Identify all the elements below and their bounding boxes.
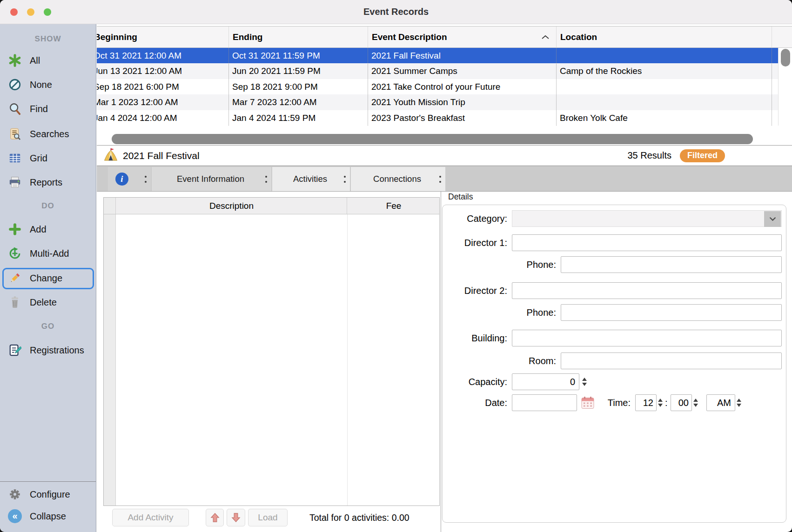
column-separator <box>228 48 229 126</box>
cell-location: Broken Yolk Cafe <box>556 110 772 126</box>
drag-handle-icon <box>344 176 346 183</box>
info-panel-button[interactable]: i <box>108 167 151 191</box>
zoom-button[interactable] <box>44 8 51 16</box>
filtered-badge[interactable]: Filtered <box>680 149 725 162</box>
activities-total: Total for 0 activities: 0.00 <box>309 508 409 527</box>
phone1-label: Phone: <box>416 256 556 273</box>
stepper-down-icon <box>658 404 663 407</box>
table-row[interactable]: Oct 31 2021 12:00 AM Oct 31 2021 11:59 P… <box>97 48 778 63</box>
cell-ending: Jan 4 2024 11:59 PM <box>228 110 368 126</box>
sort-asc-icon <box>541 33 550 41</box>
cell-beginning: Mar 1 2023 12:00 AM <box>97 94 228 110</box>
sidebar-item-label: Multi-Add <box>30 248 69 259</box>
table-row[interactable]: Mar 1 2023 12:00 AM Mar 7 2023 12:00 AM … <box>97 94 778 110</box>
drag-handle-icon <box>439 176 441 183</box>
table-row[interactable]: Jun 13 2021 12:00 AM Jun 20 2021 11:59 P… <box>97 63 778 79</box>
ampm-field[interactable] <box>706 394 735 411</box>
director2-field[interactable] <box>512 282 782 299</box>
column-separator <box>772 48 772 126</box>
hour-stepper[interactable] <box>657 394 664 411</box>
room-label: Room: <box>416 352 556 369</box>
move-up-button[interactable] <box>206 509 224 526</box>
tab-connections[interactable]: Connections <box>351 167 445 191</box>
sidebar-item-label: Collapse <box>30 511 66 522</box>
minute-stepper[interactable] <box>692 394 699 411</box>
sidebar-item-grid[interactable]: Grid <box>0 149 96 167</box>
trash-icon <box>8 295 22 309</box>
tab-activities[interactable]: Activities <box>272 167 350 191</box>
capacity-label: Capacity: <box>368 373 507 390</box>
move-down-button[interactable] <box>227 509 245 526</box>
time-colon: : <box>665 394 668 411</box>
sidebar-item-label: Searches <box>30 129 69 140</box>
vertical-scrollbar-thumb[interactable] <box>781 49 790 66</box>
column-header-description[interactable]: Event Description <box>368 27 540 47</box>
chevron-down-icon <box>769 217 776 221</box>
building-label: Building: <box>368 330 507 346</box>
drag-handle-icon <box>265 176 267 183</box>
phone2-label: Phone: <box>416 304 556 321</box>
category-dropdown[interactable] <box>512 210 782 227</box>
cell-location: Camp of the Rockies <box>556 63 772 79</box>
cell-beginning: Jun 13 2021 12:00 AM <box>97 63 228 79</box>
window-controls <box>10 8 51 16</box>
sidebar-item-configure[interactable]: Configure <box>0 485 96 504</box>
sidebar-item-label: Add <box>30 224 47 235</box>
registration-form-icon <box>8 343 22 357</box>
time-hour-field[interactable] <box>635 394 657 411</box>
titlebar: Event Records <box>0 0 792 24</box>
dropdown-button[interactable] <box>764 211 781 227</box>
sidebar-item-reports[interactable]: Reports <box>0 173 96 192</box>
sidebar-item-searches[interactable]: Searches <box>0 125 96 143</box>
column-header-ending[interactable]: Ending <box>228 27 368 47</box>
sidebar-item-change[interactable]: Change <box>0 269 96 287</box>
tab-event-information[interactable]: Event Information <box>152 167 271 191</box>
sidebar-section-go: GO <box>0 320 96 333</box>
time-minute-field[interactable] <box>671 394 692 411</box>
load-button[interactable]: Load <box>248 509 288 526</box>
sidebar-item-all[interactable]: All <box>0 51 96 70</box>
cell-beginning: Jan 4 2024 12:00 AM <box>97 110 228 126</box>
search-icon <box>8 102 22 116</box>
minimize-button[interactable] <box>27 8 34 16</box>
cell-ending: Sep 18 2021 9:00 PM <box>228 79 368 94</box>
stepper-up-icon <box>658 399 663 402</box>
sidebar-item-delete[interactable]: Delete <box>0 293 96 312</box>
cell-location <box>556 79 772 94</box>
sidebar-item-multi-add[interactable]: Multi-Add <box>0 244 96 263</box>
sidebar-item-label: All <box>30 55 40 66</box>
sidebar-item-find[interactable]: Find <box>0 100 96 118</box>
cell-description: 2021 Summer Camps <box>368 63 556 79</box>
phone2-field[interactable] <box>561 304 782 321</box>
horizontal-scrollbar-thumb[interactable] <box>112 134 753 144</box>
records-table-header: Beginning Ending Event Description Locat… <box>97 26 792 48</box>
director2-label: Director 2: <box>368 282 507 299</box>
sidebar-item-add[interactable]: Add <box>0 220 96 239</box>
tab-label: Activities <box>276 174 344 184</box>
building-field[interactable] <box>512 330 782 346</box>
ampm-stepper[interactable] <box>736 394 742 411</box>
column-header-location[interactable]: Location <box>556 27 772 47</box>
column-header-activity-description[interactable]: Description <box>116 198 347 214</box>
column-header-beginning[interactable]: Beginning <box>97 27 228 47</box>
add-activity-button[interactable]: Add Activity <box>112 509 189 526</box>
sidebar-item-label: Reports <box>30 177 62 188</box>
row-gutter-column <box>104 214 116 505</box>
sidebar-item-none[interactable]: None <box>0 75 96 94</box>
close-button[interactable] <box>10 8 18 16</box>
phone1-field[interactable] <box>561 256 782 273</box>
capacity-stepper[interactable] <box>581 373 588 390</box>
sidebar-item-label: Find <box>30 104 48 114</box>
sidebar-item-registrations[interactable]: Registrations <box>0 341 96 359</box>
selected-event-title: 2021 Fall Festival <box>123 150 200 161</box>
date-label: Date: <box>368 394 507 411</box>
table-row[interactable]: Jan 4 2024 12:00 AM Jan 4 2024 11:59 PM … <box>97 110 778 126</box>
window-title: Event Records <box>363 7 429 17</box>
stepper-down-icon <box>693 404 698 407</box>
column-separator <box>368 48 368 126</box>
sidebar-item-collapse[interactable]: « Collapse <box>0 507 96 525</box>
table-row[interactable]: Sep 18 2021 6:00 PM Sep 18 2021 9:00 PM … <box>97 79 778 94</box>
director1-field[interactable] <box>512 234 782 251</box>
capacity-field[interactable] <box>512 373 579 390</box>
room-field[interactable] <box>561 352 782 369</box>
